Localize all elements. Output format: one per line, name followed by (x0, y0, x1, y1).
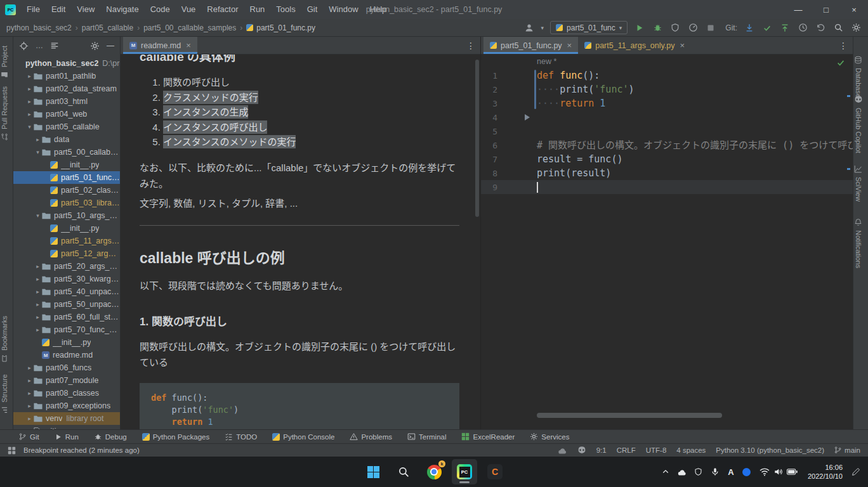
close-button[interactable]: × (840, 0, 868, 19)
line-number[interactable]: 6 (481, 141, 497, 150)
ime-mode-indicator[interactable]: A (724, 467, 738, 477)
toolwindow-button-git[interactable]: Git (19, 433, 39, 441)
tree-item--gitignore[interactable]: .gitignore (13, 425, 120, 429)
overflow-menu-icon[interactable]: … (36, 41, 43, 50)
start-button[interactable] (360, 459, 386, 484)
toolwindow-button-python-console[interactable]: Python Console (272, 433, 334, 441)
pycharm-app-icon[interactable]: PC (5, 4, 16, 15)
tree-item-part05-callable[interactable]: ▾part05_callable (13, 120, 120, 133)
editor-line-3[interactable]: 3····return 1 (481, 96, 853, 110)
tray-app-icon[interactable] (739, 462, 754, 482)
editor-line-7[interactable]: 7result = func() (481, 152, 853, 166)
tree-item-part5-30-kwargs-default[interactable]: ▸part5_30_kwargs_default (13, 273, 120, 285)
tree-toggle-icon[interactable]: ▸ (25, 98, 34, 105)
menu-git[interactable]: Git (301, 0, 324, 19)
menu-tools[interactable]: Tools (270, 0, 301, 19)
markdown-scrollbar[interactable] (475, 60, 479, 217)
tree-toggle-icon[interactable]: ▸ (25, 73, 34, 79)
line-number[interactable]: 1 (481, 71, 497, 81)
tree-item-part5-70-func-as-arg[interactable]: ▸part5_70_func_as_arg (13, 323, 120, 336)
tree-item-part04-web[interactable]: ▸part04_web (13, 108, 120, 120)
toolwindow-button-excelreader[interactable]: ExcelReader (461, 432, 515, 441)
pen-input-icon[interactable] (848, 462, 863, 482)
commit-button[interactable] (761, 22, 773, 34)
line-number[interactable]: 8 (481, 169, 497, 178)
debug-button[interactable] (652, 22, 663, 34)
tree-toggle-icon[interactable]: ▸ (25, 415, 34, 422)
toolwindow-button-services[interactable]: Services (530, 432, 569, 441)
tree-item-part5-40-unpack-params[interactable]: ▸part5_40_unpack_params (13, 285, 120, 298)
toolwindow-button-debug[interactable]: Debug (94, 432, 127, 441)
toolwindow-button-notifications[interactable]: Notifications (854, 218, 862, 268)
menu-view[interactable]: View (71, 0, 100, 19)
taskbar-chrome-button[interactable]: k (421, 459, 447, 484)
tree-toggle-icon[interactable]: ▸ (34, 301, 42, 308)
toolwindow-button-todo[interactable]: TODO (225, 432, 257, 441)
tree-item-part5-11-args-only-py[interactable]: part5_11_args_only.py (13, 235, 120, 247)
close-tab-icon[interactable]: × (186, 41, 191, 50)
tree-toggle-icon[interactable]: ▸ (25, 377, 34, 384)
tree-item-part5-12-args-kwargs-py[interactable]: part5_12_args_kwargs.py (13, 247, 120, 260)
run-button[interactable] (634, 22, 645, 34)
file-encoding[interactable]: UTF-8 (646, 446, 667, 454)
menu-window[interactable]: Window (323, 0, 364, 19)
editor-line-6[interactable]: 6# 関数呼び出しの構文。オブジェクトの識別子の末尾に () をつけて呼び出して… (481, 138, 853, 152)
run-configuration-select[interactable]: part5_01_func ▾ (550, 21, 628, 34)
menu-edit[interactable]: Edit (46, 0, 71, 19)
rollback-icon[interactable] (815, 22, 826, 34)
editor-line-2[interactable]: 2····print('func') (481, 82, 853, 96)
error-stripe-mark[interactable] (847, 168, 850, 170)
close-tab-icon[interactable]: × (567, 41, 572, 50)
settings-gear-icon[interactable] (850, 22, 862, 34)
editor-line-9[interactable]: 9 (481, 180, 853, 194)
history-icon[interactable] (797, 22, 808, 34)
toolwindow-button-database[interactable]: Database (854, 56, 862, 98)
tree-toggle-icon[interactable]: ▸ (34, 314, 42, 320)
tree-item-part5-02-class-py[interactable]: part5_02_class.py (13, 184, 120, 197)
tree-item-part5-10-args-basic[interactable]: ▾part5_10_args_basic (13, 209, 120, 222)
editor-line-4[interactable]: 4 (481, 110, 853, 124)
toolwindow-button-bookmarks[interactable]: Bookmarks (1, 316, 8, 362)
toolwindow-button-pull-requests[interactable]: Pull Requests (1, 86, 8, 141)
tree-item--init-py[interactable]: __init__.py (13, 159, 120, 171)
close-tab-icon[interactable]: × (680, 41, 685, 50)
tree-item-python-basic-sec2[interactable]: python_basic_sec2D:\projec... (13, 57, 120, 70)
toolwindow-button-structure[interactable]: Structure (1, 374, 8, 414)
line-number[interactable]: 5 (481, 127, 497, 136)
hide-panel-icon[interactable]: — (107, 41, 114, 50)
maximize-button[interactable]: □ (812, 0, 840, 19)
toolwindow-button-run[interactable]: Run (55, 433, 79, 441)
breadcrumb-item[interactable]: part05_callable (82, 23, 133, 32)
tree-item-part09-exceptions[interactable]: ▸part09_exceptions (13, 399, 120, 412)
line-number[interactable]: 3 (481, 99, 497, 108)
menu-file[interactable]: File (21, 0, 46, 19)
tree-item-readme-md[interactable]: Mreadme.md (13, 349, 120, 361)
stop-button[interactable] (705, 22, 716, 34)
taskbar-clock[interactable]: 16:06 2022/10/10 (808, 463, 843, 481)
toolwindow-button-terminal[interactable]: Terminal (407, 432, 446, 441)
line-separator[interactable]: CRLF (617, 446, 636, 454)
tree-toggle-icon[interactable]: ▸ (34, 276, 42, 282)
tab-readme-md[interactable]: M readme.md × (123, 37, 197, 54)
tree-toggle-icon[interactable]: ▸ (34, 136, 42, 143)
tree-item-venv[interactable]: ▸venvlibrary root (13, 412, 120, 425)
tree-item-part5-60-full-stack[interactable]: ▸part5_60_full_stack (13, 311, 120, 323)
tree-item-part5-00-callable-samples[interactable]: ▾part5_00_callable_samples (13, 146, 120, 159)
tree-item-part5-50-unpack-arguments[interactable]: ▸part5_50_unpack_arguments (13, 298, 120, 311)
code-vision-hint[interactable]: new * (481, 55, 853, 68)
breadcrumb-item[interactable]: python_basic_sec2 (6, 23, 72, 32)
tree-item--init-py[interactable]: __init__.py (13, 222, 120, 235)
tree-toggle-icon[interactable]: ▸ (34, 327, 42, 333)
tree-item-part5-20-args-samples[interactable]: ▸part5_20_args_samples (13, 260, 120, 273)
tree-item-part02-data-stream[interactable]: ▸part02_data_stream (13, 82, 120, 95)
line-number[interactable]: 9 (481, 183, 497, 192)
editor-line-5[interactable]: 5 (481, 124, 853, 138)
tab-part5-11-args-only-py[interactable]: part5_11_args_only.py× (578, 37, 691, 54)
tree-toggle-icon[interactable]: ▸ (25, 365, 34, 371)
toolwindow-switcher-icon[interactable] (8, 446, 16, 455)
python-interpreter[interactable]: Python 3.10 (python_basic_sec2) (716, 446, 824, 454)
toolwindow-button-sciview[interactable]: SciView (854, 165, 862, 202)
menu-run[interactable]: Run (244, 0, 271, 19)
tree-toggle-icon[interactable]: ▸ (25, 403, 34, 409)
network-volume-battery-group[interactable] (760, 467, 798, 476)
